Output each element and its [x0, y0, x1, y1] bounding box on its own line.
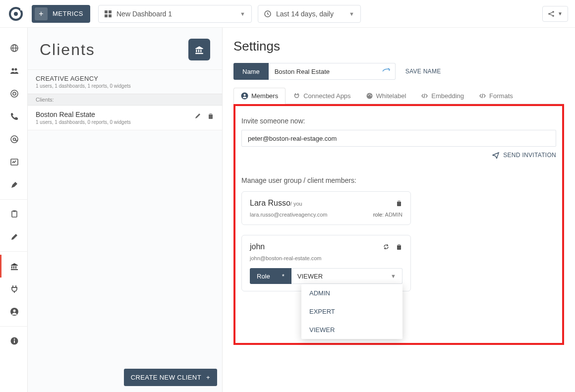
tab-members[interactable]: Members — [233, 88, 286, 104]
delete-icon[interactable] — [207, 112, 214, 119]
member-email: lara.russo@creativeagency.com — [250, 212, 327, 218]
create-client-label: CREATE NEW CLIENT — [131, 374, 201, 381]
nav-at-icon[interactable] — [0, 128, 28, 151]
member-email: john@boston-real-estate.com — [250, 255, 321, 261]
nav-clipboard-icon[interactable] — [0, 203, 28, 225]
svg-point-32 — [369, 94, 370, 95]
svg-point-24 — [13, 310, 16, 312]
plus-icon: + — [206, 374, 210, 381]
role-field-label: Role* — [250, 268, 291, 284]
nav-phone-icon[interactable] — [0, 105, 28, 128]
nav-globe-icon[interactable] — [0, 37, 28, 59]
tab-whitelabel[interactable]: Whitelabel — [358, 88, 414, 104]
chevron-down-icon: ▼ — [339, 11, 354, 17]
clients-title: Clients — [40, 41, 95, 59]
nav-edit-icon[interactable] — [0, 225, 28, 248]
delete-icon[interactable] — [396, 200, 402, 207]
plus-icon: + — [35, 7, 48, 20]
svg-point-16 — [11, 90, 18, 97]
settings-title: Settings — [233, 39, 564, 54]
refresh-icon[interactable] — [383, 243, 390, 250]
clear-icon[interactable] — [377, 68, 395, 75]
clients-section-label: Clients: — [28, 94, 222, 106]
role-option-admin[interactable]: ADMIN — [301, 284, 402, 302]
svg-point-1 — [14, 12, 18, 16]
clients-bank-button[interactable] — [188, 39, 210, 60]
client-item[interactable]: Boston Real Estate 1 users, 1 dashboards… — [28, 106, 222, 130]
svg-point-15 — [15, 68, 17, 71]
role-selected-value: VIEWER — [297, 273, 323, 280]
delete-icon[interactable] — [396, 243, 402, 250]
tab-label: Formats — [489, 92, 513, 100]
client-meta: 1 users, 1 dashboards, 0 reports, 0 widg… — [36, 119, 194, 125]
app-logo[interactable] — [7, 5, 25, 23]
tab-embedding[interactable]: Embedding — [413, 88, 471, 104]
role-option-expert[interactable]: EXPERT — [301, 302, 402, 321]
send-invitation-button[interactable]: SEND INVITATION — [492, 152, 556, 159]
member-card: Lara Russo/ you lara.russo@creativeagenc… — [241, 191, 411, 225]
role-value: : ADMIN — [382, 212, 402, 218]
member-you-suffix: / you — [290, 201, 302, 207]
member-card: john john@boston-real-estate.com Role* V… — [241, 235, 411, 291]
svg-rect-5 — [105, 14, 108, 17]
share-icon — [548, 10, 555, 17]
create-client-button[interactable]: CREATE NEW CLIENT + — [124, 369, 217, 386]
role-select[interactable]: VIEWER ▼ — [291, 268, 402, 284]
svg-rect-4 — [109, 10, 112, 13]
send-icon — [492, 152, 499, 159]
chevron-down-icon: ▼ — [391, 273, 396, 279]
svg-rect-2 — [20, 6, 23, 10]
nav-plug-icon[interactable] — [0, 278, 28, 300]
role-dropdown: ADMIN EXPERT VIEWER — [301, 284, 402, 339]
svg-point-10 — [552, 15, 554, 17]
nav-pen-icon[interactable] — [0, 173, 28, 196]
member-name: john — [250, 242, 265, 251]
client-name-input[interactable] — [269, 68, 377, 75]
tab-label: Members — [251, 92, 278, 100]
svg-point-18 — [11, 136, 18, 143]
client-name: Boston Real Estate — [36, 111, 194, 118]
svg-point-9 — [552, 11, 554, 13]
members-panel-highlight: Invite someone now: SEND INVITATION Mana… — [233, 104, 564, 345]
invite-email-input[interactable] — [241, 130, 556, 147]
name-field-label: Name — [233, 63, 269, 80]
code-icon — [421, 92, 428, 100]
grid-icon — [105, 10, 112, 17]
agency-name: CREATIVE AGENCY — [36, 75, 214, 82]
role-label: role — [373, 212, 382, 218]
nav-people-icon[interactable] — [0, 59, 28, 82]
nav-target-icon[interactable] — [0, 82, 28, 105]
svg-point-17 — [13, 92, 16, 95]
tab-connected-apps[interactable]: Connected Apps — [286, 88, 358, 104]
nav-info-icon[interactable] — [0, 330, 28, 352]
svg-rect-21 — [12, 211, 17, 217]
plug-icon — [293, 92, 300, 100]
palette-icon — [366, 92, 373, 100]
svg-point-8 — [548, 13, 550, 15]
role-option-viewer[interactable]: VIEWER — [301, 321, 402, 339]
agency-item[interactable]: CREATIVE AGENCY 1 users, 1 dashboards, 1… — [28, 69, 222, 94]
daterange-select[interactable]: Last 14 days, daily ▼ — [258, 5, 361, 23]
tab-label: Connected Apps — [303, 92, 350, 100]
tab-formats[interactable]: Formats — [471, 88, 520, 104]
person-icon — [241, 92, 248, 100]
svg-point-27 — [14, 338, 15, 339]
dashboard-name: New Dashboard 1 — [116, 10, 172, 18]
dashboard-select[interactable]: New Dashboard 1 ▼ — [98, 5, 252, 23]
save-name-button[interactable]: SAVE NAME — [405, 68, 441, 75]
nav-user-icon[interactable] — [0, 300, 28, 323]
metrics-button[interactable]: + METRICS — [32, 5, 90, 23]
chevron-down-icon: ▼ — [558, 11, 563, 16]
share-button[interactable]: ▼ — [542, 6, 568, 22]
edit-icon[interactable] — [194, 112, 201, 119]
metrics-label: METRICS — [53, 10, 83, 17]
svg-rect-3 — [105, 10, 108, 13]
svg-point-31 — [368, 95, 369, 96]
code-icon — [479, 92, 486, 100]
nav-chart-icon[interactable] — [0, 151, 28, 173]
daterange-label: Last 14 days, daily — [276, 10, 334, 18]
invite-label: Invite someone now: — [241, 117, 556, 125]
svg-point-33 — [370, 95, 371, 96]
nav-bank-icon[interactable] — [0, 255, 28, 278]
svg-rect-22 — [13, 211, 16, 212]
